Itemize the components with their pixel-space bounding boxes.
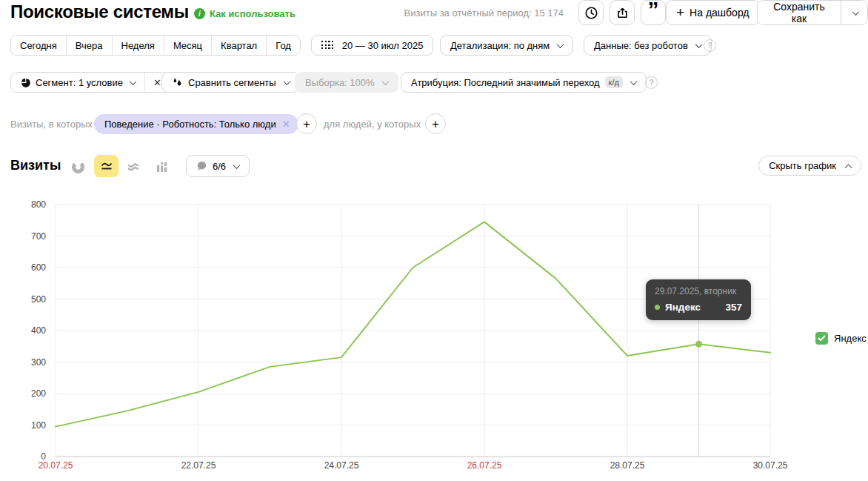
y-tick-label: 800 [31, 199, 46, 210]
pie-chart-type-button[interactable] [71, 160, 86, 173]
pie-segment-icon [20, 77, 31, 88]
detail-dropdown[interactable]: Детализация: по дням [440, 35, 573, 56]
chevron-down-icon [852, 8, 860, 16]
line-chart-type-button[interactable] [94, 155, 118, 177]
y-tick-label: 700 [31, 231, 46, 242]
attribution-dropdown[interactable]: Атрибуция: Последний значимый переход к/… [401, 72, 647, 93]
area-chart-type-button[interactable] [126, 160, 141, 173]
date-preset-4[interactable]: Квартал [211, 36, 266, 55]
y-tick-label: 600 [31, 262, 46, 273]
attribution-label: Атрибуция: Последний значимый переход [411, 77, 600, 88]
tooltip-date: 29.07.2025, вторник [655, 286, 742, 296]
speech-bubble-icon [196, 161, 207, 171]
visits-filter-label: Визиты, в которых [10, 119, 93, 130]
people-filter-label: для людей, у которых [324, 119, 421, 130]
add-people-condition-button[interactable]: + [425, 113, 446, 134]
compare-segments-dropdown[interactable]: Сравнить сегменты [161, 72, 300, 93]
sampling-label: Выборка: 100% [305, 77, 375, 88]
how-to-use-label: Как использовать [210, 8, 296, 19]
droplets-icon [172, 77, 183, 88]
segment-dropdown[interactable]: Сегмент: 1 условие [11, 73, 144, 92]
hide-chart-label: Скрыть график [769, 160, 836, 171]
x-tick-label: 20.07.25 [39, 460, 73, 471]
period-total: Визиты за отчётный период: 15 174 [404, 7, 564, 19]
chevron-down-icon [695, 41, 702, 48]
line-chart-icon [99, 159, 114, 173]
chevron-down-icon [557, 41, 564, 48]
plus-icon: + [676, 7, 684, 18]
stacked-area-icon [126, 160, 141, 173]
chevron-down-icon [283, 78, 290, 85]
pie-chart-icon [71, 160, 85, 174]
date-range-label: 20 — 30 июл 2025 [342, 40, 424, 51]
date-preset-group: СегодняВчераНеделяМесяцКварталГод [10, 35, 301, 56]
chevron-down-icon [630, 78, 637, 85]
attribution-badge: к/д [605, 76, 623, 88]
tooltip-series-name: Яндекс [665, 302, 701, 313]
sampling-dropdown[interactable]: Выборка: 100% [295, 72, 398, 93]
x-tick-label: 22.07.25 [181, 460, 216, 471]
page-title: Поисковые системы [10, 1, 189, 22]
tooltip-value: 357 [725, 302, 742, 313]
x-tick-label: 26.07.25 [467, 460, 502, 471]
filter-chip-robots[interactable]: Поведение · Роботность: Только люди ✕ [94, 114, 298, 134]
save-as-menu-button[interactable] [841, 1, 867, 24]
chevron-down-icon [233, 162, 241, 169]
series-line-Яндекс[interactable] [56, 222, 770, 426]
y-tick-label: 200 [31, 388, 46, 399]
annotations-button[interactable]: ” [641, 0, 666, 25]
close-icon: ✕ [153, 77, 161, 88]
series-dot-icon [655, 305, 660, 310]
date-preset-5[interactable]: Год [266, 36, 300, 55]
add-visit-condition-button[interactable]: + [296, 113, 317, 134]
hide-chart-button[interactable]: Скрыть график [758, 156, 861, 176]
chip-close-icon[interactable]: ✕ [282, 119, 290, 130]
date-preset-2[interactable]: Неделя [112, 36, 164, 55]
export-button[interactable] [610, 0, 635, 25]
hover-point-marker[interactable] [695, 341, 702, 348]
chart-tooltip: 29.07.2025, вторник Яндекс 357 [646, 279, 751, 320]
x-tick-label: 28.07.25 [610, 460, 645, 471]
chevron-down-icon [381, 78, 389, 85]
how-to-use-link[interactable]: i Как использовать [194, 8, 296, 19]
save-as-button[interactable]: Сохранить как [758, 1, 841, 24]
date-preset-0[interactable]: Сегодня [11, 36, 66, 55]
add-to-dashboard-button[interactable]: + На дашборд [666, 0, 760, 25]
chevron-down-icon [130, 78, 137, 85]
date-range-button[interactable]: 20 — 30 июл 2025 [311, 35, 433, 56]
calendar-grid-icon [321, 41, 334, 50]
help-icon[interactable]: ? [645, 76, 658, 89]
chevron-up-icon [845, 164, 852, 171]
date-preset-3[interactable]: Месяц [164, 36, 211, 55]
y-tick-label: 300 [31, 357, 46, 368]
x-tick-label: 30.07.25 [753, 460, 788, 471]
segment-label: Сегмент: 1 условие [36, 77, 123, 88]
detail-label: Детализация: по дням [450, 40, 550, 51]
bar-chart-type-button[interactable] [155, 160, 170, 173]
history-button[interactable] [578, 0, 604, 25]
clock-icon [584, 6, 598, 20]
legend-label: Яндекс [834, 333, 867, 344]
help-icon[interactable]: ? [704, 39, 716, 52]
metrics-count-label: 6/6 [213, 161, 226, 172]
yandex-metrica-report-page: Поисковые системы i Как использовать Виз… [0, 0, 868, 481]
chart-section-title: Визиты [10, 158, 61, 173]
quotes-icon: ” [648, 7, 659, 19]
x-tick-label: 24.07.25 [324, 460, 359, 471]
checkbox-checked-icon[interactable] [815, 332, 828, 345]
date-preset-1[interactable]: Вчера [66, 36, 112, 55]
visits-line-chart[interactable]: 010020030040050060070080020.07.2522.07.2… [0, 193, 868, 481]
metrics-selector-button[interactable]: 6/6 [186, 155, 250, 177]
share-icon [615, 6, 630, 20]
save-as-split-button: Сохранить как [757, 0, 868, 25]
compare-label: Сравнить сегменты [188, 77, 276, 88]
info-icon: i [194, 8, 205, 19]
segment-control: Сегмент: 1 условие ✕ [10, 72, 170, 93]
y-tick-label: 100 [31, 420, 46, 431]
filter-chip-label: Поведение · Роботность: Только люди [104, 119, 276, 130]
data-mode-label: Данные: без роботов [594, 40, 688, 51]
y-tick-label: 500 [31, 294, 46, 305]
data-mode-dropdown[interactable]: Данные: без роботов [584, 35, 712, 56]
y-tick-label: 400 [31, 325, 46, 336]
legend-item-yandex[interactable]: Яндекс [815, 332, 867, 345]
